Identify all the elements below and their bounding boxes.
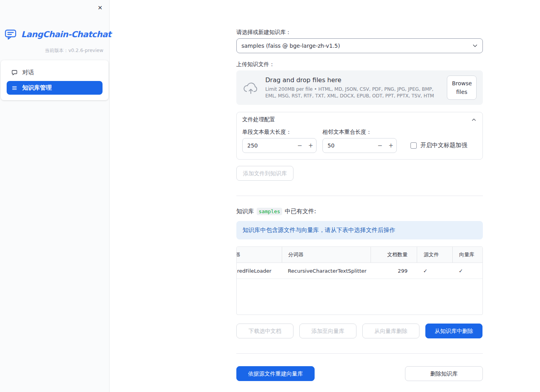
- chunk-size-input: 250 − +: [242, 138, 317, 153]
- overlap-size-value[interactable]: 50: [323, 142, 374, 149]
- column-header-splitter: 分词器: [282, 247, 371, 263]
- kb-name-code: samples: [257, 208, 282, 215]
- cell-vector-store-check: ✓: [452, 263, 482, 279]
- column-header-doc-count: 文档数量: [371, 247, 417, 263]
- sidebar-item-label: 对话: [22, 69, 34, 76]
- expander-header[interactable]: 文件处理配置: [237, 112, 482, 127]
- delete-from-vector-store-button[interactable]: 从向量库删除: [362, 324, 419, 338]
- sidebar-close-button[interactable]: ✕: [96, 3, 104, 12]
- add-to-vector-store-button[interactable]: 添加至向量库: [299, 324, 356, 338]
- column-header-source-file: 源文件: [417, 247, 452, 263]
- cell-loader: redFileLoader: [237, 263, 282, 279]
- kb-files-heading: 知识库 samples 中已有文件:: [236, 208, 483, 215]
- kb-select-label: 请选择或新建知识库：: [236, 28, 483, 36]
- sidebar-item-label: 知识库管理: [22, 84, 52, 92]
- kb-selectbox[interactable]: samples (faiss @ bge-large-zh-v1.5): [236, 38, 483, 53]
- table-header-row: 器 分词器 文档数量 源文件 向量库: [237, 247, 482, 263]
- zh-title-checkbox[interactable]: [410, 142, 417, 149]
- version-text: 当前版本：v0.2.6-preview: [0, 47, 109, 54]
- cell-splitter: RecursiveCharacterTextSplitter: [282, 263, 371, 279]
- sidebar-menu: 对话 知识库管理: [1, 60, 108, 100]
- overlap-size-label: 相邻文本重合长度：: [322, 128, 397, 136]
- file-uploader-dropzone[interactable]: Drag and drop files here Limit 200MB per…: [236, 70, 483, 105]
- logo-chat-icon: [5, 29, 18, 40]
- divider: [236, 196, 483, 196]
- expander-title: 文件处理配置: [242, 116, 275, 123]
- sidebar: ✕ LangChain-Chatchat 当前版本：v0.2.6-preview…: [0, 0, 110, 392]
- kb-selectbox-value: samples (faiss @ bge-large-zh-v1.5): [241, 43, 340, 49]
- upload-label: 上传知识文件：: [236, 60, 483, 68]
- kb-files-table[interactable]: 器 分词器 文档数量 源文件 向量库 redFileLoader Recursi…: [236, 246, 483, 315]
- file-config-expander: 文件处理配置 单段文本最大长度： 250 − + 相邻文本重合长度：: [236, 112, 483, 160]
- list-icon: [11, 85, 18, 91]
- column-header-vector-store: 向量库: [452, 247, 482, 263]
- chunk-size-label: 单段文本最大长度：: [242, 128, 317, 136]
- decrement-button[interactable]: −: [294, 138, 305, 153]
- app-logo: LangChain-Chatchat: [0, 29, 109, 40]
- sidebar-item-kb-management[interactable]: 知识库管理: [7, 81, 103, 95]
- zh-title-checkbox-label[interactable]: 开启中文标题加强: [420, 142, 467, 149]
- sidebar-item-chat[interactable]: 对话: [7, 66, 103, 79]
- info-alert: 知识库中包含源文件与向量库，请从下表中选择文件后操作: [236, 221, 483, 239]
- chevron-down-icon: [472, 42, 479, 49]
- add-files-button[interactable]: 添加文件到知识库: [236, 166, 293, 181]
- overlap-size-input: 50 − +: [322, 138, 397, 153]
- uploader-instructions: Drag and drop files here: [265, 76, 441, 84]
- increment-button[interactable]: +: [385, 138, 396, 153]
- chevron-up-icon: [471, 117, 477, 123]
- table-row[interactable]: redFileLoader RecursiveCharacterTextSpli…: [237, 263, 482, 279]
- delete-kb-button[interactable]: 删除知识库: [405, 366, 483, 381]
- divider: [236, 353, 483, 354]
- chat-bubble-icon: [11, 70, 18, 76]
- rebuild-vector-store-button[interactable]: 依据源文件重建向量库: [236, 366, 315, 381]
- main-content: 请选择或新建知识库： samples (faiss @ bge-large-zh…: [110, 0, 540, 392]
- browse-files-button[interactable]: Browse files: [447, 76, 477, 100]
- close-icon: ✕: [97, 4, 103, 11]
- upload-cloud-icon: [243, 81, 259, 94]
- kb-footer-actions: 依据源文件重建向量库 删除知识库: [236, 366, 483, 381]
- uploader-limit-text: Limit 200MB per file • HTML, MD, JSON, C…: [265, 86, 439, 99]
- increment-button[interactable]: +: [305, 138, 316, 153]
- app-title: LangChain-Chatchat: [21, 30, 111, 39]
- download-selected-button[interactable]: 下载选中文档: [236, 324, 293, 338]
- table-actions: 下载选中文档 添加至向量库 从向量库删除 从知识库中删除: [236, 324, 483, 338]
- delete-from-kb-button[interactable]: 从知识库中删除: [425, 324, 482, 338]
- cell-doc-count: 299: [371, 263, 417, 279]
- chunk-size-value[interactable]: 250: [243, 142, 294, 149]
- column-header-loader: 器: [237, 247, 282, 263]
- decrement-button[interactable]: −: [374, 138, 385, 153]
- cell-source-file-check: ✓: [417, 263, 452, 279]
